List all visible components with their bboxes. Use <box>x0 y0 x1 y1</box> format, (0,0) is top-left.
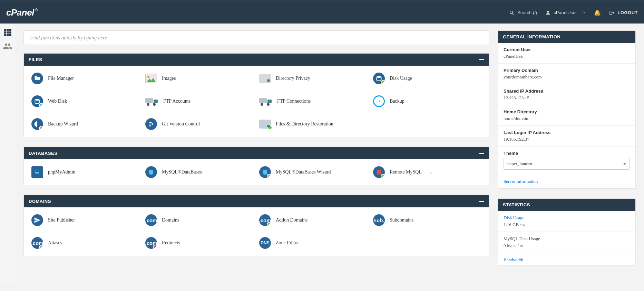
info-shared-ip: Shared IP Address 12.123.123.15 <box>498 84 635 105</box>
panel-general-info: GENERAL INFORMATION Current User cPanelU… <box>498 30 636 189</box>
search-icon <box>509 10 515 16</box>
app-images[interactable]: Images <box>144 71 255 86</box>
app-zone-editor[interactable]: DNSZone Editor <box>258 235 369 251</box>
chevron-down-icon <box>583 12 586 13</box>
app-ftp-connections[interactable]: FTP Connections <box>258 93 369 109</box>
sidebar-home-button[interactable] <box>3 28 12 37</box>
panel-databases: DATABASES phpMyAdmin MySQL®DataBases MyS… <box>23 147 489 185</box>
svg-point-4 <box>149 122 151 123</box>
svg-point-3 <box>35 99 39 101</box>
stat-mysql-title: MySQL Disk Usage <box>504 236 630 242</box>
backup-wizard-icon <box>31 118 43 130</box>
stat-disk-usage-link[interactable]: Disk Usage <box>504 215 630 220</box>
theme-select[interactable]: paper_lantern <box>504 158 630 170</box>
chevron-down-icon <box>623 163 626 165</box>
svg-point-5 <box>149 125 151 126</box>
info-server-link-row: Server Information <box>498 174 635 188</box>
theme-value: paper_lantern <box>507 161 532 167</box>
app-redirects[interactable]: .comRedirects <box>144 235 255 251</box>
app-ftp-accounts[interactable]: FTP Accounts <box>144 93 255 109</box>
panel-statistics-header: STATISTICS <box>498 199 635 211</box>
quick-search-input[interactable] <box>30 35 483 41</box>
stat-bandwidth-link[interactable]: Bandwidth <box>504 257 630 263</box>
bell-icon: 🔔 <box>594 9 601 16</box>
notifications-button[interactable]: 🔔 <box>594 9 601 16</box>
logout-button[interactable]: LOGOUT <box>609 10 638 16</box>
panel-statistics: STATISTICS Disk Usage 1.16 GB / ∞ MySQL … <box>498 198 636 266</box>
user-menu[interactable]: cPanelUser <box>545 10 586 16</box>
app-remote-mysql[interactable]: Remote MySQL☼ <box>372 164 483 180</box>
app-aliases[interactable]: .comAliases <box>30 235 141 251</box>
ftp-accounts-icon <box>145 97 158 106</box>
panel-databases-header[interactable]: DATABASES <box>24 147 489 159</box>
panel-general-info-header: GENERAL INFORMATION <box>498 31 635 43</box>
users-icon <box>3 41 12 51</box>
domains-icon: .com <box>145 214 157 226</box>
app-site-publisher[interactable]: Site Publisher <box>30 212 141 228</box>
panel-files-title: FILES <box>29 57 42 62</box>
info-theme: Theme paper_lantern <box>498 147 635 174</box>
panel-domains-title: DOMAINS <box>29 199 51 204</box>
info-home-directory: Home Directory home/domain <box>498 105 635 126</box>
svg-rect-7 <box>35 171 39 173</box>
sidebar <box>0 24 15 282</box>
collapse-icon <box>479 153 484 154</box>
general-info-title: GENERAL INFORMATION <box>503 34 560 39</box>
panel-files: FILES File Manager Images Directory Priv… <box>23 53 489 137</box>
app-git[interactable]: Git Version Control <box>144 116 255 132</box>
svg-point-2 <box>377 76 381 78</box>
stat-bandwidth: Bandwidth <box>498 253 635 265</box>
header-search-text: Search (/) <box>517 10 537 15</box>
panel-files-header[interactable]: FILES <box>24 54 489 66</box>
ftp-connections-icon <box>259 97 272 106</box>
subdomains-icon: sub. <box>373 214 385 226</box>
grid-icon <box>4 29 11 36</box>
info-current-user: Current User cPanelUser <box>498 43 635 64</box>
app-mysql-wizard[interactable]: MySQL®DataBases Wizard <box>258 164 369 180</box>
svg-rect-1 <box>35 79 39 79</box>
app-web-disk[interactable]: Web Disk <box>30 93 141 109</box>
panel-databases-title: DATABASES <box>29 151 57 156</box>
panel-domains-header[interactable]: DOMAINS <box>24 195 489 207</box>
app-backup-wizard[interactable]: Backup Wizard <box>30 116 141 132</box>
panel-domains: DOMAINS Site Publisher .comDomains .comA… <box>23 195 489 256</box>
header: cPanel® Search (/) cPanelUser 🔔 LOGOUT <box>0 2 644 24</box>
directory-privacy-icon <box>259 74 271 83</box>
aliases-icon: .com <box>31 237 43 249</box>
redirects-icon: .com <box>145 237 157 249</box>
collapse-icon <box>479 201 484 202</box>
svg-rect-0 <box>35 78 39 78</box>
server-information-link[interactable]: Server Information <box>504 179 538 184</box>
cpanel-logo[interactable]: cPanel® <box>6 7 34 18</box>
app-domains[interactable]: .comDomains <box>144 212 255 228</box>
app-phpmyadmin[interactable]: phpMyAdmin <box>30 164 141 180</box>
quick-search-box[interactable] <box>23 30 489 45</box>
app-mysql-db[interactable]: MySQL®DataBases <box>144 164 255 180</box>
web-disk-icon <box>31 95 43 107</box>
app-file-restore[interactable]: Files & Directory Restoration <box>258 116 369 132</box>
app-directory-privacy[interactable]: Directory Privacy <box>258 71 369 86</box>
sidebar-users-button[interactable] <box>3 42 12 50</box>
backup-icon <box>373 95 385 107</box>
images-icon <box>145 74 157 83</box>
info-last-login-ip: Last Login IP Address 19.185.192.37 <box>498 126 635 147</box>
svg-rect-8 <box>36 171 39 172</box>
app-addon-domains[interactable]: .comAddon Domains <box>258 212 369 228</box>
info-icon: ☼ <box>429 169 433 175</box>
app-file-manager[interactable]: File Manager <box>30 71 141 86</box>
addon-domains-icon: .com <box>259 214 271 226</box>
file-manager-icon <box>31 73 43 84</box>
app-subdomains[interactable]: sub.Subdomains <box>372 212 483 228</box>
mysql-db-icon <box>145 166 157 178</box>
remote-mysql-icon <box>373 166 385 178</box>
info-primary-domain: Primary Domain yourdomainhere.com <box>498 64 635 84</box>
zone-editor-icon: DNS <box>259 237 271 249</box>
logout-label: LOGOUT <box>617 10 638 15</box>
mysql-wizard-icon <box>259 166 271 178</box>
collapse-icon <box>479 59 484 60</box>
git-icon <box>145 118 157 130</box>
app-backup[interactable]: Backup <box>372 93 483 109</box>
app-disk-usage[interactable]: Disk Usage <box>372 71 483 86</box>
header-search[interactable]: Search (/) <box>509 10 537 16</box>
site-publisher-icon <box>31 214 43 226</box>
